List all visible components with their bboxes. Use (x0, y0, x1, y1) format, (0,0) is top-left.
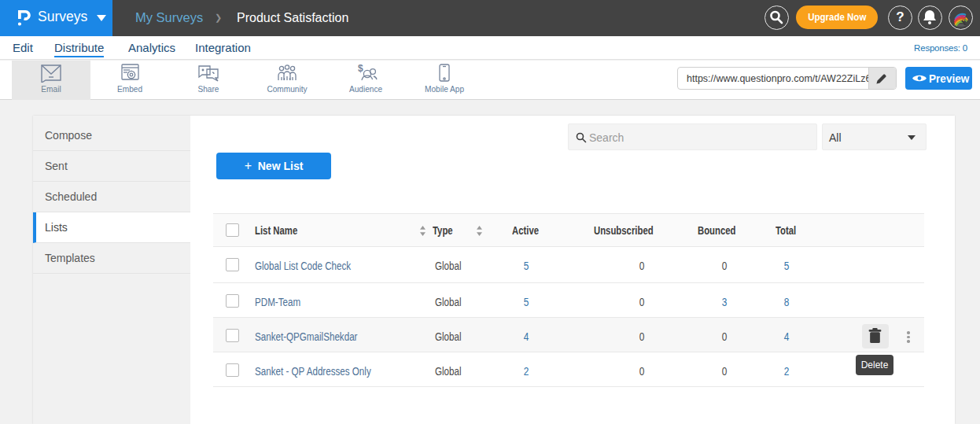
svg-text:$: $ (358, 64, 363, 74)
